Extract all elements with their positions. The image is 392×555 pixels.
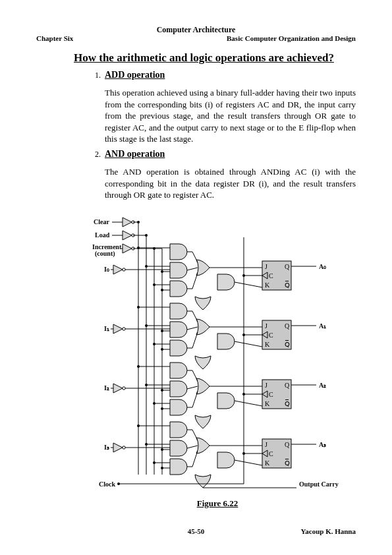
svg-text:C: C	[269, 450, 273, 457]
item-num-1: 1.	[89, 71, 101, 80]
circuit-diagram: Clear Load Increment (count) I₀ I₁ I₂ I₃…	[92, 211, 343, 494]
svg-point-29	[153, 283, 155, 286]
svg-line-61	[192, 311, 198, 322]
label-i3: I₃	[104, 444, 109, 451]
label-i0: I₀	[104, 266, 109, 273]
svg-text:J: J	[265, 322, 267, 330]
svg-line-111	[192, 430, 198, 440]
svg-line-114	[192, 451, 198, 467]
svg-point-53	[145, 324, 148, 327]
svg-line-112	[187, 446, 198, 448]
label-i2: I₂	[104, 384, 109, 392]
svg-point-57	[161, 330, 163, 332]
svg-line-89	[192, 392, 198, 407]
svg-point-99	[242, 393, 245, 395]
label-load: Load	[95, 231, 110, 239]
section-and: 2. AND operation The AND operation is ob…	[89, 149, 356, 201]
footer-author: Yacoup K. Hanna	[301, 527, 356, 535]
label-a3: A₃	[319, 441, 326, 448]
svg-point-101	[137, 424, 140, 427]
item-title-and: AND operation	[105, 149, 165, 160]
svg-point-76	[137, 365, 140, 368]
svg-line-87	[187, 386, 198, 389]
label-clock: Clock	[99, 481, 115, 488]
svg-point-59	[161, 348, 163, 351]
svg-text:K: K	[265, 400, 270, 407]
svg-text:K: K	[265, 341, 270, 348]
svg-point-51	[137, 306, 140, 308]
svg-point-27	[145, 265, 148, 268]
header-chapter: Chapter Six	[36, 34, 73, 42]
svg-point-49	[242, 274, 245, 277]
svg-point-126	[117, 482, 120, 485]
header-section: Basic Computer Organization and Design	[227, 34, 356, 42]
label-a2: A₂	[319, 382, 326, 389]
figure-caption: Figure 6.22	[92, 498, 343, 509]
svg-point-55	[153, 343, 155, 345]
svg-point-31	[161, 270, 163, 273]
svg-text:C: C	[269, 391, 273, 398]
svg-point-74	[242, 334, 245, 336]
svg-text:Q: Q	[285, 382, 290, 389]
svg-text:J: J	[265, 441, 267, 448]
section-add: 1. ADD operation This operation achieved…	[89, 70, 356, 145]
svg-text:C: C	[269, 332, 273, 339]
svg-line-66	[235, 341, 262, 347]
svg-text:C: C	[269, 272, 273, 279]
svg-line-64	[192, 332, 198, 348]
label-increment2: (count)	[95, 250, 115, 258]
svg-point-105	[153, 461, 155, 464]
label-clear: Clear	[94, 218, 109, 225]
svg-line-116	[235, 460, 262, 465]
svg-line-91	[235, 401, 262, 406]
svg-point-84	[161, 407, 163, 410]
label-a1: A₁	[319, 322, 326, 330]
svg-point-25	[137, 247, 140, 249]
svg-point-78	[145, 384, 148, 386]
page-title: How the arithmetic and logic operations …	[74, 51, 334, 65]
svg-text:J: J	[265, 382, 267, 389]
label-output-carry: Output Carry	[299, 481, 339, 488]
svg-text:Q̅: Q̅	[285, 281, 290, 289]
svg-text:J: J	[265, 263, 267, 270]
svg-point-33	[161, 289, 163, 291]
label-i1: I₁	[104, 325, 109, 332]
svg-line-36	[187, 268, 198, 270]
svg-point-124	[242, 452, 245, 455]
item-title-add: ADD operation	[105, 70, 165, 80]
svg-line-35	[192, 252, 198, 262]
svg-text:K: K	[265, 459, 270, 467]
svg-point-109	[161, 467, 163, 469]
svg-text:Q̅: Q̅	[285, 459, 290, 467]
item-body-add: This operation achieved using a binary f…	[105, 87, 356, 145]
header-title: Computer Architecture	[0, 25, 392, 35]
svg-point-82	[161, 389, 163, 392]
svg-text:Q̅: Q̅	[285, 340, 290, 348]
svg-point-80	[153, 402, 155, 405]
svg-text:Q: Q	[285, 263, 290, 270]
svg-line-86	[192, 370, 198, 381]
svg-point-107	[161, 448, 163, 451]
svg-text:Q̅: Q̅	[285, 399, 290, 407]
svg-line-38	[192, 273, 198, 289]
item-num-2: 2.	[89, 150, 101, 160]
svg-point-103	[145, 443, 148, 446]
svg-text:Q: Q	[285, 322, 290, 330]
svg-line-41	[235, 282, 262, 287]
svg-text:Q: Q	[285, 441, 290, 448]
figure: Clear Load Increment (count) I₀ I₁ I₂ I₃…	[92, 211, 343, 509]
svg-text:K: K	[265, 281, 270, 289]
label-a0: A₀	[319, 263, 326, 270]
item-body-and: The AND operation is obtained through AN…	[105, 166, 356, 201]
svg-line-62	[187, 327, 198, 330]
